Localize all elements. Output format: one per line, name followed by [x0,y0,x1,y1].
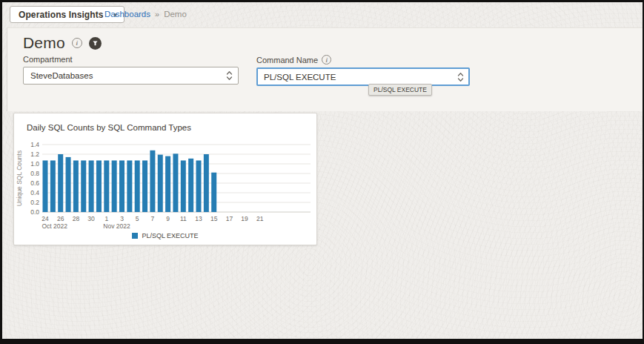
command-name-field: Command Name i PL/SQL EXECUTE [256,55,470,86]
x-tick-label: 11 [180,215,187,222]
app-switcher-label: Operations Insights [19,10,104,20]
command-name-label: Command Name [256,56,318,64]
chart-bar [196,160,202,212]
month-label: Nov 2022 [103,222,130,230]
chart-bar [127,160,132,212]
command-name-info-icon[interactable]: i [322,55,331,64]
chart-bar [119,160,125,212]
y-tick-label: 1.0 [30,160,39,168]
chart-bar [104,160,109,212]
chart-bar [204,154,209,212]
chart-title: Daily SQL Counts by SQL Command Types [27,123,191,132]
y-tick-label: 0.0 [30,208,39,216]
y-tick-label: 0.6 [30,179,39,187]
chart-bar [50,160,56,212]
x-tick-label: 1 [104,215,108,222]
select-updown-icon [457,71,464,83]
compartment-select[interactable]: SteveDatabases [23,67,239,85]
legend-swatch [132,233,138,239]
chart-bar [66,157,71,212]
x-tick-label: 7 [151,215,155,222]
chart-bar [165,156,170,212]
chart-bar [81,160,86,212]
command-name-tooltip: PL/SQL EXECUTE [368,84,432,96]
chart-bar [181,160,186,212]
breadcrumb: Dashboards » Demo [104,10,187,19]
filter-funnel-icon[interactable] [89,37,102,50]
x-tick-label: 19 [241,215,248,222]
command-name-select[interactable]: PL/SQL EXECUTE [256,67,470,86]
funnel-glyph [91,39,99,47]
chart-bar [142,160,147,212]
chart-bar [211,173,216,212]
chart-bar [58,154,63,212]
page-info-icon[interactable]: i [72,38,82,48]
y-axis-label: Unique SQL Counts [16,150,23,206]
compartment-label: Compartment [23,55,239,64]
x-tick-label: 17 [226,215,233,222]
page-title: Demo [23,34,65,52]
chart-bar [112,160,117,212]
select-updown-icon [226,70,233,82]
page-header-panel: Demo i Compartment SteveDatabases paasde… [7,27,643,111]
x-tick-label: 15 [210,215,218,222]
y-tick-label: 0.4 [30,189,39,196]
x-tick-label: 5 [136,215,139,222]
chart-bar [43,160,48,212]
chart-bar [158,155,163,212]
x-tick-label: 21 [256,215,264,222]
app-window: Operations Insights ▾ Dashboards » Demo … [0,0,644,344]
x-tick-label: 26 [57,215,64,222]
y-tick-label: 1.4 [30,141,39,148]
legend-item[interactable]: PL/SQL EXECUTE [132,232,198,239]
chart-bar [135,160,140,212]
chart-bar [173,153,178,212]
x-tick-label: 30 [87,215,95,222]
y-tick-label: 0.2 [30,199,39,206]
y-tick-label: 1.2 [30,150,39,158]
breadcrumb-current-page: Demo [164,10,187,19]
chart-bar [150,150,155,212]
chart-bar [96,160,102,212]
compartment-selected-value: SteveDatabases [30,71,93,80]
legend-label: PL/SQL EXECUTE [142,232,198,239]
breadcrumb-link-dashboards[interactable]: Dashboards [104,10,150,19]
x-tick-label: 13 [195,215,202,222]
chart-bar [73,160,79,212]
command-name-selected-value: PL/SQL EXECUTE [264,73,336,82]
chart-card: Daily SQL Counts by SQL Command Types 0.… [13,113,317,245]
x-tick-label: 3 [120,215,124,222]
breadcrumb-separator-icon: » [155,10,159,19]
chart-bar [89,160,94,212]
x-tick-label: 24 [42,215,49,222]
month-label: Oct 2022 [42,222,68,230]
compartment-field: Compartment SteveDatabases [23,55,239,85]
x-tick-label: 28 [73,215,80,222]
y-tick-label: 0.8 [30,170,39,177]
daily-sql-counts-bar-chart: 0.00.20.40.60.81.01.21.42426283013579111… [16,134,315,232]
x-tick-label: 9 [166,215,170,222]
chart-bar [188,159,193,212]
chart-legend: PL/SQL EXECUTE [14,232,316,239]
